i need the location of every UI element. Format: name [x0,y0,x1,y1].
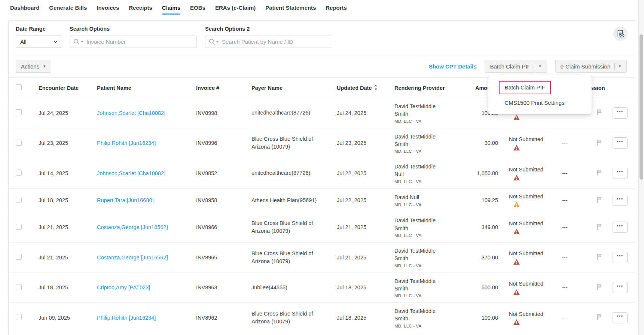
eclaim-submission-cell: --- [553,315,590,321]
table-row: Jul 18, 2025 Rupert,Tara [Jun16680] INV8… [9,188,636,212]
claim-status-cell: Not Submitted [500,250,553,265]
updated-date-cell: Jul 23, 2025 [328,140,385,146]
caret-down-icon: ▼ [538,64,542,68]
nav-item[interactable]: EOBs [190,4,205,16]
row-actions-button[interactable]: ••• [613,222,628,233]
row-actions-button[interactable]: ••• [613,168,628,179]
eclaim-submission-button[interactable]: e-Claim Submission ▼ [555,60,627,73]
row-checkbox[interactable] [16,254,22,260]
payer-name-cell: Blue Cross Blue Shield of Arizona (10079… [242,250,328,265]
row-checkbox[interactable] [16,314,22,320]
eclaim-submission-cell: --- [553,255,590,261]
updated-date-cell: Jul 22, 2025 [328,197,385,203]
col-patient-name[interactable]: Patient Name [88,79,187,97]
nav-item[interactable]: Reports [326,4,347,16]
menu-item[interactable]: CMS1500 Print Settings [488,96,592,109]
row-actions-button[interactable]: ••• [613,195,628,206]
sort-icon[interactable] [374,85,378,91]
amount-cell: 370.00 [465,255,500,261]
claim-status-cell: Not Submitted [500,166,553,181]
encounter-date-cell: Jun 09, 2025 [30,315,88,321]
caret-down-icon: ▼ [43,64,46,68]
updated-date-cell: Jul 24, 2025 [328,110,385,116]
batch-claim-pif-button[interactable]: Batch Claim PIF ▼ [485,60,547,73]
patient-link[interactable]: Philip,Rohith [Jun16234] [97,140,156,146]
flag-icon[interactable] [596,139,602,146]
patient-search-input[interactable] [205,36,332,48]
eclaim-submission-cell: --- [553,170,590,176]
nav-item[interactable]: Generate Bills [49,4,87,16]
patient-link[interactable]: Rupert,Tara [Jun16680] [97,197,154,203]
nav-item[interactable]: Patient Statements [265,4,316,16]
flag-icon[interactable] [596,314,602,320]
encounter-date-cell: Jul 14, 2025 [30,170,88,176]
rendering-provider-cell: David Null MD, LLC - VA [385,194,465,207]
nav-item[interactable]: Receipts [129,4,152,16]
actions-button[interactable]: Actions ▼ [16,60,51,73]
table-row: Jul 14, 2025 Johnson,Scarlet [Cha10082] … [9,158,636,188]
nav-item[interactable]: Dashboard [10,4,39,16]
patient-link[interactable]: Criptoo,Amy [PAT023] [97,284,150,290]
nav-item[interactable]: Claims [162,4,180,16]
row-checkbox[interactable] [16,109,22,115]
col-encounter-date[interactable]: Encounter Date [30,79,88,97]
amount-cell: 30.00 [465,140,500,146]
table-row: Jul 17, 2025 Criptoo,Amy [PAT023] INV895… [9,333,636,335]
updated-date-cell: Jul 22, 2025 [328,170,385,176]
row-actions-button[interactable]: ••• [613,312,628,323]
amount-cell: 100.00 [465,315,500,321]
caret-down-icon [216,41,219,43]
row-checkbox[interactable] [16,224,22,230]
invoice-search-input[interactable] [70,36,197,48]
encounter-date-cell: Jul 21, 2025 [30,224,88,230]
row-actions-button[interactable]: ••• [613,137,628,149]
row-checkbox[interactable] [16,197,22,203]
date-range-group: Date Range All [16,26,61,48]
rendering-provider-cell: David TestMiddle Smith MD, LLC - VA [385,217,465,238]
show-cpt-details-link[interactable]: Show CPT Details [429,63,477,70]
scrollbar-thumb[interactable] [640,34,643,180]
patient-link[interactable]: Johnson,Scarlet [Cha10082] [97,110,165,116]
table-body: Jul 24, 2025 Johnson,Scarlet [Cha10082] … [9,98,636,335]
invoice-number-cell: INV8965 [187,255,242,261]
patient-link[interactable]: Philip,Rohith [Jun16234] [97,315,156,321]
patient-link[interactable]: Costanza,George [Jun16562] [97,224,168,230]
flag-icon[interactable] [596,169,602,176]
claim-preview-button[interactable] [613,27,628,41]
menu-item[interactable]: Batch Claim PIF [488,80,592,96]
rendering-provider-cell: David TestMiddle Smith MD, LLC - VA [385,247,465,268]
invoice-number-cell: INV8962 [187,315,242,321]
col-payer-name[interactable]: Payer Name [242,79,328,97]
search-icon[interactable] [73,39,83,45]
search-options2-group: Search Options 2 [205,26,332,48]
row-checkbox[interactable] [16,284,22,290]
warning-icon [513,175,520,180]
patient-link[interactable]: Johnson,Scarlet [Cha10082] [97,170,165,176]
encounter-date-cell: Jul 21, 2025 [30,255,88,261]
flag-icon[interactable] [596,223,602,230]
row-actions-button[interactable]: ••• [613,282,628,293]
row-checkbox[interactable] [16,170,22,176]
row-actions-button[interactable]: ••• [613,252,628,263]
col-rendering-provider[interactable]: Rendering Provider [385,79,465,97]
vertical-scrollbar[interactable] [638,0,644,335]
payer-name-cell: Blue Cross Blue Shield of Arizona (10079… [242,310,328,326]
col-updated-date[interactable]: Updated Date [328,79,385,97]
select-all-checkbox[interactable] [16,84,22,90]
col-invoice[interactable]: Invoice # [187,79,242,97]
flag-icon[interactable] [596,284,602,290]
patient-link[interactable]: Costanza,George [Jun16562] [97,255,168,261]
search-icon[interactable] [209,39,219,45]
date-range-select[interactable]: All [16,36,61,48]
payer-name-cell: Athens Health Plan(95691) [242,197,328,204]
row-actions-button[interactable]: ••• [613,107,628,119]
flag-icon[interactable] [596,197,602,203]
flag-icon[interactable] [596,109,602,116]
warning-icon [513,259,520,265]
flag-icon[interactable] [596,253,602,260]
nav-item[interactable]: ERAs (e-Claim) [215,4,256,16]
claim-status-cell: Not Submitted [500,280,553,295]
nav-item[interactable]: Invoices [97,4,119,16]
row-checkbox[interactable] [16,140,22,146]
updated-date-cell: Jul 21, 2025 [328,224,385,230]
